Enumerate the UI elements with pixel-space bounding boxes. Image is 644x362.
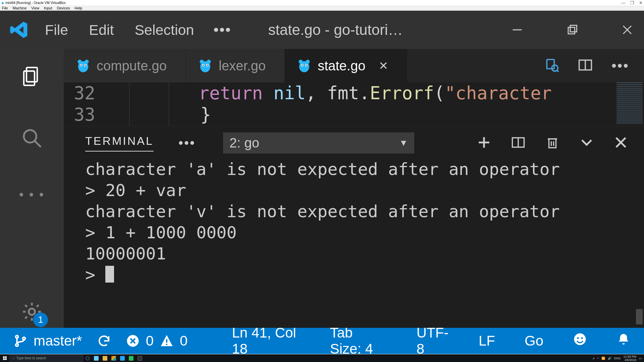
status-cursor-position[interactable]: Ln 41, Col 18 [232,325,300,357]
tray-network-icon[interactable]: ⌔ [597,357,599,360]
svg-point-47 [16,344,18,346]
vb-menu-machine[interactable]: Machine [13,6,27,10]
svg-point-26 [306,60,310,64]
window-title: state.go - go-tutori… [268,21,403,38]
svg-rect-40 [549,139,556,147]
taskbar-app-icon[interactable] [136,354,144,362]
split-terminal-button[interactable] [511,135,525,151]
activity-search-icon[interactable] [20,126,44,150]
close-panel-button[interactable] [614,135,628,151]
action-center-icon[interactable]: ▭ [639,357,642,360]
editor-group: compute.go lexer.go state.go ✕ ••• [64,49,644,328]
svg-point-23 [207,65,208,66]
activity-overflow-button[interactable]: • • • [19,188,45,202]
activity-explorer-icon[interactable] [20,64,44,88]
windows-clock[interactable]: 11:59 PM 4/6/2019 [623,355,636,362]
panel-tab-terminal[interactable]: TERMINAL [85,134,154,152]
svg-rect-60 [5,358,7,360]
svg-rect-5 [26,67,37,82]
taskbar-app-icon[interactable] [118,354,127,362]
vb-close-button[interactable]: ✕ [639,0,643,5]
svg-point-7 [24,130,36,142]
windows-start-button[interactable] [0,354,9,362]
vb-menu-file[interactable]: File [2,6,8,10]
maximize-panel-button[interactable] [580,135,594,151]
status-indentation[interactable]: Tab Size: 4 [330,325,387,357]
vscode-titlebar: File Edit Selection ••• state.go - go-tu… [0,11,644,49]
chevron-down-icon: ▼ [399,138,408,148]
code-token: Errorf [370,83,434,103]
status-sync-button[interactable] [97,334,111,348]
terminal-cursor [105,266,114,283]
tab-label: compute.go [97,58,167,73]
window-close-button[interactable] [620,22,635,37]
vb-maximize-button[interactable]: ❐ [630,0,634,5]
status-error-count: 0 [146,333,154,349]
status-warning-count: 0 [180,333,187,349]
tray-volume-icon[interactable]: 🔊 [608,357,611,360]
editor-actions-overflow[interactable]: ••• [611,58,629,74]
kill-terminal-button[interactable] [545,135,559,151]
task-view-icon[interactable] [92,354,101,362]
vb-menu-view[interactable]: View [31,6,39,10]
svg-point-55 [577,337,579,339]
vscode-window: File Edit Selection ••• state.go - go-tu… [0,11,644,343]
svg-rect-31 [547,60,554,69]
menu-selection[interactable]: Selection [135,22,194,38]
menu-overflow-button[interactable]: ••• [213,21,231,39]
code-editor[interactable]: 32 33 34 return nil, fmt.Errorf("charact… [64,82,644,126]
status-eol[interactable]: LF [479,333,495,349]
taskbar-app-icon[interactable] [127,354,136,362]
status-git-branch[interactable]: master* [13,333,82,349]
svg-point-25 [299,60,303,64]
status-encoding[interactable]: UTF-8 [417,325,449,357]
svg-point-16 [85,65,86,66]
vb-menu-help[interactable]: Help [75,6,83,10]
panel-tabs-overflow[interactable]: ••• [178,135,196,150]
minimap[interactable] [616,82,643,125]
code-line: } [115,104,552,125]
virtualbox-title-text: mint64 [Running] - Oracle VM VirtualBox [5,1,66,5]
tab-close-button[interactable]: ✕ [379,59,388,72]
vb-menu-input[interactable]: Input [44,6,52,10]
window-maximize-button[interactable] [565,22,580,37]
tray-overflow-icon[interactable]: ʌ [593,357,594,360]
windows-search-box[interactable]: ○ Type here to search [9,355,83,362]
code-line: } [115,125,552,126]
tray-wifi-icon[interactable]: 📶 [601,357,605,360]
panel: TERMINAL ••• 2: go ▼ character 'a' is no [64,126,644,328]
vb-menu-devices[interactable]: Devices [57,6,70,10]
vb-minimize-button[interactable]: — [621,0,626,5]
window-minimize-button[interactable] [510,22,525,37]
split-editor-icon[interactable] [578,58,593,74]
status-notifications-icon[interactable] [616,332,631,350]
terminal-line: character 'a' is not expected after an o… [85,160,560,179]
tray-language-indicator[interactable]: ENG [614,357,621,360]
tab-state-go[interactable]: state.go ✕ [285,49,407,82]
taskbar-app-icon[interactable] [101,354,109,362]
terminal-output[interactable]: character 'a' is not expected after an o… [64,156,644,328]
line-number: 32 [64,82,95,104]
new-terminal-button[interactable] [477,135,491,151]
cortana-icon[interactable]: ◯ [83,354,92,362]
status-feedback-icon[interactable] [573,332,587,350]
menu-file[interactable]: File [45,22,68,38]
vscode-logo-icon [9,20,29,40]
svg-point-48 [23,337,25,340]
compare-changes-icon[interactable] [544,58,559,74]
tab-lexer-go[interactable]: lexer.go [186,49,285,82]
tab-compute-go[interactable]: compute.go [64,49,186,82]
tab-label: lexer.go [219,58,266,73]
activity-settings-icon[interactable]: 1 [20,300,44,324]
status-problems[interactable]: 0 0 [126,333,188,349]
terminal-scrollbar[interactable] [636,309,643,324]
terminal-selector-dropdown[interactable]: 2: go ▼ [223,132,414,154]
menu-edit[interactable]: Edit [89,22,114,38]
svg-point-11 [78,60,82,64]
tab-label: state.go [318,58,365,73]
status-language-mode[interactable]: Go [525,333,543,349]
indent-guide [129,82,129,126]
code-token: nil [263,83,306,103]
svg-point-46 [16,336,18,338]
taskbar-app-icon[interactable] [109,354,118,362]
